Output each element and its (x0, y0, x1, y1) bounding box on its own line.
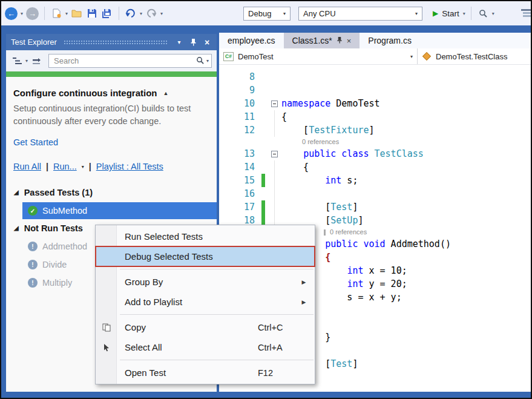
menu-item-copy[interactable]: CopyCtrl+C (96, 317, 315, 337)
outline-margin (268, 160, 280, 174)
ci-section-header[interactable]: Configure continuous integration ▲ (13, 88, 209, 98)
code-line[interactable]: 8 (225, 70, 531, 84)
document-tabs: employee.cs Class1.cs* × Program.cs (219, 33, 531, 48)
run-links-row: Run All | Run... ▾ | Playlist : All Test… (13, 162, 209, 171)
change-bar (260, 187, 268, 200)
save-all-button[interactable] (101, 7, 113, 19)
not-run-test-icon: ! (28, 260, 38, 269)
solution-platform-combo[interactable]: Any CPU ▾ (298, 7, 422, 21)
line-number: 16 (225, 187, 260, 200)
menu-item-open-test[interactable]: Open TestF12 (96, 363, 315, 383)
chevron-down-icon: ▾ (415, 11, 418, 16)
attach-to-process-icon[interactable] (477, 7, 489, 19)
undo-dropdown-icon[interactable]: ▾ (140, 11, 142, 16)
code-text: { (280, 110, 287, 124)
codelens-label[interactable]: 0 references (330, 227, 367, 237)
save-button[interactable] (86, 7, 98, 19)
toolbar-overflow-icon[interactable]: ▾ (492, 11, 494, 16)
code-line[interactable]: 17 [Test] (225, 200, 531, 214)
collapse-icon[interactable] (271, 151, 278, 157)
type-dropdown-value: DemoTest (238, 52, 274, 61)
line-number: 14 (225, 160, 260, 174)
line-number: 11 (225, 110, 260, 124)
search-input[interactable]: Search ▾ (48, 54, 212, 68)
type-dropdown[interactable]: C# DemoTest ▾ (219, 48, 418, 64)
test-group-label: Passed Tests (1) (24, 188, 93, 197)
menu-item-run-selected-tests[interactable]: Run Selected Tests (96, 226, 315, 246)
code-line[interactable]: 9 (225, 84, 531, 97)
pin-icon[interactable] (188, 38, 198, 46)
code-line[interactable]: 11{ (225, 110, 531, 124)
codelens-label[interactable]: 0 references (302, 137, 339, 147)
window-position-icon[interactable]: ▾ (174, 39, 184, 45)
line-number: 9 (225, 84, 260, 97)
test-item-label: Addmethod (42, 242, 87, 251)
sync-columns-icon[interactable] (30, 55, 42, 67)
code-text (280, 84, 281, 97)
change-bar (260, 110, 268, 124)
menu-item-select-all[interactable]: Select AllCtrl+A (96, 337, 315, 357)
test-run-progress-bar (6, 71, 217, 77)
navigate-forward-button[interactable]: → (26, 7, 39, 20)
test-group-passed-tests-1[interactable]: ◢Passed Tests (1) (6, 183, 217, 201)
code-line[interactable]: 14 { (225, 160, 531, 174)
member-dropdown[interactable]: DemoTest.TestClass (418, 48, 531, 64)
code-line[interactable]: 12 [TestFixture] (225, 124, 531, 137)
select-all-icon (96, 343, 117, 352)
open-file-button[interactable] (71, 7, 83, 19)
tab-label: employee.cs (228, 36, 275, 45)
code-text: { (280, 160, 309, 174)
line-number: 10 (225, 97, 260, 110)
code-line[interactable]: 16 (225, 187, 531, 200)
new-project-button[interactable] (50, 7, 62, 19)
get-started-link[interactable]: Get Started (13, 137, 58, 147)
collapse-icon[interactable]: ▲ (163, 90, 168, 96)
undo-button[interactable] (125, 7, 137, 19)
pin-icon[interactable] (337, 36, 343, 45)
menu-separator (120, 269, 314, 269)
codelens-row[interactable]: 0 references (225, 137, 531, 147)
line-number: 15 (225, 174, 260, 187)
run-dropdown-link[interactable]: Run... (53, 162, 77, 171)
redo-dropdown-icon[interactable]: ▾ (160, 11, 163, 16)
collapse-icon[interactable] (271, 101, 278, 107)
chevron-down-icon: ▾ (410, 54, 413, 59)
start-debugging-button[interactable]: ▶ Start ▾ (433, 9, 465, 18)
new-project-dropdown-icon[interactable]: ▾ (65, 11, 68, 16)
solution-configuration-combo[interactable]: Debug ▾ (243, 7, 291, 21)
outline-margin (268, 110, 280, 124)
outline-margin (268, 200, 280, 214)
change-bar (260, 84, 268, 97)
close-icon[interactable]: × (347, 36, 352, 45)
change-bar (260, 70, 268, 84)
chevron-down-icon[interactable]: ▾ (82, 164, 84, 170)
navigate-backward-button[interactable]: ← (5, 7, 18, 20)
solution-explorer-icon[interactable] (520, 7, 531, 19)
playlist-link[interactable]: Playlist : All Tests (96, 162, 163, 171)
tab-employee-cs[interactable]: employee.cs (219, 33, 284, 48)
not-run-test-icon: ! (28, 242, 38, 251)
close-icon[interactable]: × (202, 38, 212, 47)
tab-label: Class1.cs* (292, 36, 332, 45)
solution-platform-value: Any CPU (303, 9, 335, 18)
links-separator: | (89, 162, 91, 171)
submenu-arrow-icon: ▶ (297, 299, 311, 305)
menu-item-add-to-playlist[interactable]: Add to Playlist▶ (96, 292, 315, 312)
tab-program-cs[interactable]: Program.cs (360, 33, 420, 48)
code-line[interactable]: 10namespace DemoTest (225, 97, 531, 110)
test-item-submethod[interactable]: ✓SubMethod (22, 202, 217, 219)
tab-class1-cs[interactable]: Class1.cs* × (284, 33, 360, 48)
menu-item-debug-selected-tests[interactable]: Debug Selected Tests (96, 246, 315, 266)
redo-button[interactable] (145, 7, 157, 19)
navigate-backward-dropdown-icon[interactable]: ▾ (21, 11, 23, 16)
group-by-icon[interactable] (11, 55, 23, 67)
group-by-dropdown-icon[interactable]: ▾ (25, 58, 28, 64)
code-line[interactable]: 13 public class TestClass (225, 147, 531, 160)
search-options-icon[interactable]: ▾ (206, 58, 209, 64)
test-explorer-titlebar[interactable]: Test Explorer ▾ × (6, 34, 217, 50)
titlebar-grip-dots (64, 40, 168, 45)
test-item-label: Divide (42, 260, 67, 269)
menu-item-group-by[interactable]: Group By▶ (96, 272, 315, 292)
run-all-link[interactable]: Run All (13, 162, 41, 171)
code-line[interactable]: 15 int s; (225, 174, 531, 187)
